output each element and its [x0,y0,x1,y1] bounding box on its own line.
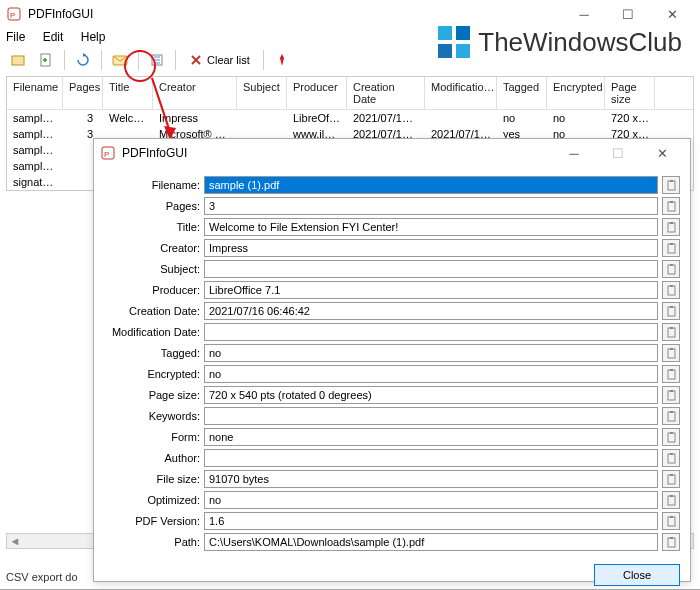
detail-value[interactable]: 3 [204,197,658,215]
menu-help[interactable]: Help [81,30,106,44]
scroll-left-icon[interactable]: ◄ [7,534,23,548]
svg-rect-49 [668,496,675,505]
clipboard-icon[interactable] [662,428,680,446]
close-button[interactable]: Close [594,564,680,586]
open-file-button[interactable] [6,48,30,72]
clipboard-icon[interactable] [662,470,680,488]
clipboard-icon[interactable] [662,218,680,236]
detail-row: Filename:sample (1).pdf [104,175,680,195]
cell: 2021/07/1… [347,110,425,126]
col-filename[interactable]: Filename [7,77,63,109]
svg-rect-30 [670,285,673,287]
detail-value[interactable]: LibreOffice 7.1 [204,281,658,299]
detail-value[interactable] [204,323,658,341]
detail-row: Author: [104,448,680,468]
detail-value[interactable]: sample (1).pdf [204,176,658,194]
detail-row: Optimized:no [104,490,680,510]
svg-rect-39 [668,391,675,400]
brand-logo-icon [436,24,472,60]
svg-text:P: P [10,11,15,20]
svg-rect-36 [670,348,673,350]
detail-value[interactable] [204,407,658,425]
svg-rect-13 [438,44,452,58]
detail-value[interactable]: Welcome to File Extension FYI Center! [204,218,658,236]
detail-value[interactable]: none [204,428,658,446]
clipboard-icon[interactable] [662,302,680,320]
info-button[interactable] [108,48,132,72]
detail-value[interactable]: Impress [204,239,658,257]
detail-row: Title:Welcome to File Extension FYI Cent… [104,217,680,237]
detail-close-button[interactable]: ✕ [640,140,684,166]
clipboard-icon[interactable] [662,407,680,425]
svg-text:P: P [104,150,109,159]
detail-label: Tagged: [104,347,200,359]
col-pagesize[interactable]: Page size [605,77,655,109]
clipboard-icon[interactable] [662,323,680,341]
clipboard-icon[interactable] [662,512,680,530]
detail-label: Keywords: [104,410,200,422]
col-pages[interactable]: Pages [63,77,103,109]
detail-label: Page size: [104,389,200,401]
menu-file[interactable]: File [6,30,25,44]
detail-row: Creator:Impress [104,238,680,258]
detail-value[interactable]: 1.6 [204,512,658,530]
detail-value[interactable]: 720 x 540 pts (rotated 0 degrees) [204,386,658,404]
detail-row: File size:91070 bytes [104,469,680,489]
svg-rect-45 [668,454,675,463]
clipboard-icon[interactable] [662,176,680,194]
col-creation-date[interactable]: Creation Date [347,77,425,109]
detail-row: Producer:LibreOffice 7.1 [104,280,680,300]
clipboard-icon[interactable] [662,197,680,215]
svg-rect-38 [670,369,673,371]
svg-rect-24 [670,222,673,224]
app-icon: P [100,145,116,161]
svg-rect-25 [668,244,675,253]
clipboard-icon[interactable] [662,449,680,467]
col-tagged[interactable]: Tagged [497,77,547,109]
detail-value[interactable] [204,260,658,278]
clipboard-icon[interactable] [662,260,680,278]
cell: sample … [7,142,63,158]
col-subject[interactable]: Subject [237,77,287,109]
add-file-button[interactable] [34,48,58,72]
status-bar: CSV export do [6,571,78,583]
detail-maximize-button: ☐ [596,140,640,166]
col-mod-date[interactable]: Modificatio… [425,77,497,109]
detail-label: Optimized: [104,494,200,506]
detail-label: Creator: [104,242,200,254]
detail-minimize-button[interactable]: ─ [552,140,596,166]
separator [101,50,102,70]
detail-row: Path:C:\Users\KOMAL\Downloads\sample (1)… [104,532,680,552]
clipboard-icon[interactable] [662,386,680,404]
detail-row: Tagged:no [104,343,680,363]
detail-value[interactable]: no [204,491,658,509]
col-creator[interactable]: Creator [153,77,237,109]
col-title[interactable]: Title [103,77,153,109]
clipboard-icon[interactable] [662,239,680,257]
clear-list-button[interactable]: Clear list [182,48,257,72]
detail-value[interactable]: 2021/07/16 06:46:42 [204,302,658,320]
svg-rect-14 [456,44,470,58]
col-encrypted[interactable]: Encrypted [547,77,605,109]
detail-value[interactable]: no [204,365,658,383]
clipboard-icon[interactable] [662,491,680,509]
table-row[interactable]: sample …3Welco…ImpressLibreOf…2021/07/1…… [7,110,693,126]
detail-value[interactable]: 91070 bytes [204,470,658,488]
col-producer[interactable]: Producer [287,77,347,109]
clipboard-icon[interactable] [662,365,680,383]
refresh-button[interactable] [71,48,95,72]
cell: sample… [7,158,63,174]
clipboard-icon[interactable] [662,281,680,299]
pin-button[interactable] [270,48,294,72]
detail-value[interactable]: no [204,344,658,362]
detail-value[interactable] [204,449,658,467]
svg-rect-47 [668,475,675,484]
clipboard-icon[interactable] [662,344,680,362]
detail-label: Subject: [104,263,200,275]
detail-row: PDF Version:1.6 [104,511,680,531]
detail-value[interactable]: C:\Users\KOMAL\Downloads\sample (1).pdf [204,533,658,551]
export-button[interactable] [145,48,169,72]
menu-edit[interactable]: Edit [43,30,64,44]
clipboard-icon[interactable] [662,533,680,551]
svg-rect-32 [670,306,673,308]
